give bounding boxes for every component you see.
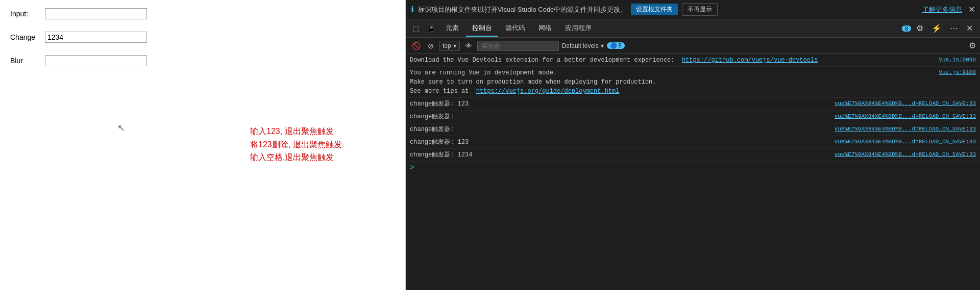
blur-label: Blur — [10, 57, 41, 65]
tab-badge: 8 — [902, 25, 911, 32]
devtools-panel: ℹ 标识项目的根文件夹以打开Visual Studio Code中的源文件并同步… — [406, 0, 980, 290]
devmode-source-link[interactable]: Vue.js:9108 — [939, 68, 976, 77]
dismiss-button[interactable]: 不再显示 — [682, 3, 718, 16]
cursor-indicator: ↖ — [117, 122, 122, 130]
clear-console-icon[interactable]: 🚫 — [410, 41, 423, 51]
change-label: Change — [10, 33, 41, 41]
console-settings-icon[interactable]: ⚙ — [969, 41, 976, 50]
inspect-icon[interactable]: ⬚ — [410, 22, 423, 35]
tab-network[interactable]: 网络 — [532, 20, 558, 37]
info-bar-right: 了解更多信息 ✕ — [922, 5, 975, 14]
change5-text: change触发器: 1234 — [410, 150, 830, 160]
console-content: Download the Vue Devtools extension for … — [406, 54, 980, 290]
set-root-button[interactable]: 设置根文件夹 — [631, 4, 678, 15]
console-toolbar: 🚫 ⊘ top ▾ 👁 Default levels ▾ 🔵 8 ⚙ — [406, 38, 980, 54]
block-icon[interactable]: ⊘ — [426, 41, 436, 51]
tab-bar: ⬚ 📱 元素 控制台 源代码 网络 应用程序 8 ⚙ ⚡ ⋯ ✕ — [406, 19, 980, 38]
console-prompt[interactable]: > — [406, 162, 980, 174]
devtools-source-link[interactable]: Vue.js:9099 — [939, 56, 976, 64]
input-field[interactable] — [45, 8, 147, 19]
console-message-devtools: Download the Vue Devtools extension for … — [406, 54, 980, 67]
info-icon: ℹ — [411, 5, 414, 14]
input-row: Input: — [10, 8, 395, 19]
form-section: Input: Change Blur — [0, 0, 405, 87]
console-message-devmode: You are running Vue in development mode.… — [406, 67, 980, 98]
tab-sources[interactable]: 源代码 — [499, 20, 531, 37]
more-icon[interactable]: ⋯ — [947, 21, 961, 35]
change2-text: change触发器: — [410, 112, 830, 121]
device-icon[interactable]: 📱 — [424, 22, 438, 35]
top-selector[interactable]: top ▾ — [439, 41, 460, 51]
left-panel: Input: Change Blur ↖ 输入123, 退出聚焦触发 将123删… — [0, 0, 406, 290]
annotation-text: 输入123, 退出聚焦触发 将123删除, 退出聚焦触发 输入空格,退出聚焦触发 — [250, 125, 342, 164]
console-toolbar-right: ⚙ — [969, 41, 976, 50]
levels-badge: 🔵 8 — [607, 42, 625, 49]
console-message-change2: change触发器: vue%E7%9A%84%E4%BD%B...d=RELO… — [406, 111, 980, 123]
vue-deployment-url[interactable]: https://vuejs.org/guide/deployment.html — [476, 88, 620, 95]
tab-application[interactable]: 应用程序 — [559, 20, 598, 37]
close-devtools-icon[interactable]: ✕ — [963, 21, 976, 35]
change1-text: change触发器: 123 — [410, 99, 830, 109]
change-field[interactable] — [45, 32, 147, 43]
change5-link[interactable]: vue%E7%9A%84%E4%BD%B...d=RELOAD_ON_SAVE:… — [835, 150, 976, 159]
change-row: Change — [10, 32, 395, 43]
change4-link[interactable]: vue%E7%9A%84%E4%BD%B...d=RELOAD_ON_SAVE:… — [835, 138, 976, 146]
default-levels-label: Default levels — [562, 42, 599, 49]
top-label: top — [443, 42, 451, 49]
info-bar-left: ℹ 标识项目的根文件夹以打开Visual Studio Code中的源文件并同步… — [411, 3, 918, 16]
change3-text: change触发器: — [410, 125, 830, 134]
console-message-change5: change触发器: 1234 vue%E7%9A%84%E4%BD%B...d… — [406, 149, 980, 162]
close-icon[interactable]: ✕ — [968, 5, 975, 14]
console-message-change4: change触发器: 123 vue%E7%9A%84%E4%BD%B...d=… — [406, 136, 980, 149]
console-msg-devtools-text: Download the Vue Devtools extension for … — [410, 56, 935, 65]
default-levels-selector[interactable]: Default levels ▾ — [562, 42, 604, 49]
info-bar-text: 标识项目的根文件夹以打开Visual Studio Code中的源文件并同步更改… — [418, 5, 627, 14]
input-label: Input: — [10, 10, 41, 18]
chevron-down-icon2: ▾ — [601, 42, 604, 49]
change3-link[interactable]: vue%E7%9A%84%E4%BD%B...d=RELOAD_ON_SAVE:… — [835, 125, 976, 134]
annotation-line2: 将123删除, 退出聚焦触发 — [250, 138, 342, 151]
learn-more-link[interactable]: 了解更多信息 — [922, 5, 962, 14]
blur-row: Blur — [10, 55, 395, 66]
chevron-down-icon: ▾ — [453, 42, 456, 49]
info-bar: ℹ 标识项目的根文件夹以打开Visual Studio Code中的源文件并同步… — [406, 0, 980, 19]
tab-elements[interactable]: 元素 — [439, 20, 465, 37]
annotation-line3: 输入空格,退出聚焦触发 — [250, 151, 342, 164]
console-msg-devmode-text: You are running Vue in development mode.… — [410, 68, 935, 96]
tab-console[interactable]: 控制台 — [466, 20, 498, 37]
change1-link[interactable]: vue%E7%9A%84%E4%BD%B...d=RELOAD_ON_SAVE:… — [835, 99, 976, 108]
blur-field[interactable] — [45, 55, 147, 66]
annotation-line1: 输入123, 退出聚焦触发 — [250, 125, 342, 138]
change4-text: change触发器: 123 — [410, 138, 830, 147]
settings-icon[interactable]: ⚙ — [913, 21, 926, 35]
eye-icon[interactable]: 👁 — [463, 41, 474, 51]
filter-input[interactable] — [477, 41, 559, 51]
remote-icon[interactable]: ⚡ — [928, 21, 945, 35]
vue-devtools-url[interactable]: https://github.com/vuejs/vue-devtools — [682, 57, 818, 64]
console-message-change3: change触发器: vue%E7%9A%84%E4%BD%B...d=RELO… — [406, 123, 980, 136]
console-message-change1: change触发器: 123 vue%E7%9A%84%E4%BD%B...d=… — [406, 98, 980, 111]
change2-link[interactable]: vue%E7%9A%84%E4%BD%B...d=RELOAD_ON_SAVE:… — [835, 112, 976, 121]
tab-bar-right: 8 ⚙ ⚡ ⋯ ✕ — [902, 21, 976, 35]
